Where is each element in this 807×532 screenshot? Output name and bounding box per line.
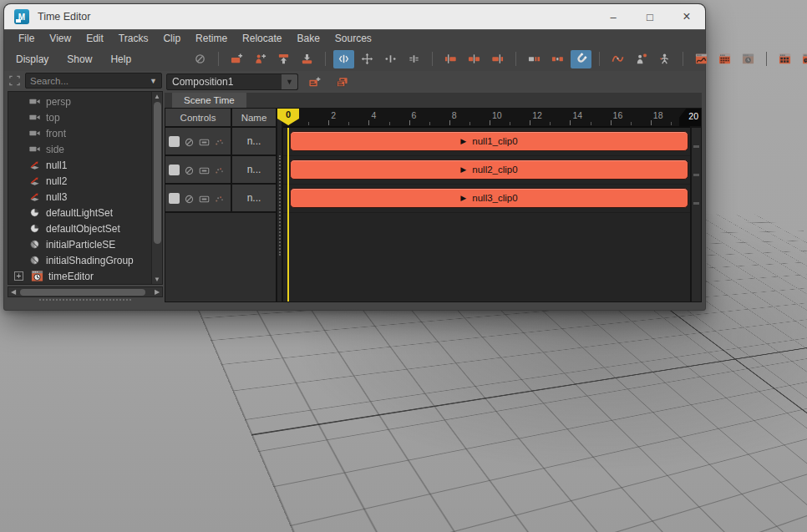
track-name-cell[interactable]: n...: [232, 156, 276, 183]
scroll-up-icon[interactable]: ▲: [154, 92, 160, 101]
ripple-delete-button[interactable]: [547, 50, 568, 68]
close-gap-button[interactable]: [404, 50, 424, 68]
tree-item-persp[interactable]: persp: [8, 94, 151, 109]
menu-clip[interactable]: Clip: [155, 33, 188, 44]
tree-item-defaultObjectSet[interactable]: defaultObjectSet: [8, 220, 151, 236]
track-enable-checkbox[interactable]: [169, 136, 180, 147]
graph-editor-button[interactable]: [691, 50, 712, 68]
tree-vertical-scrollbar[interactable]: ▲ ▼: [151, 92, 162, 284]
tab-scene-time[interactable]: Scene Time: [172, 93, 246, 108]
import-animation-icon: [277, 53, 290, 65]
track-solo-icon[interactable]: [199, 165, 210, 175]
tree-item-initialShadingGroup[interactable]: initialShadingGroup: [8, 252, 151, 268]
scroll-left-icon[interactable]: ◀: [8, 288, 18, 296]
tree-horizontal-scrollbar[interactable]: ◀ ▶: [8, 286, 163, 297]
track-mute-icon[interactable]: [184, 165, 195, 175]
column-splitter[interactable]: [277, 109, 283, 301]
menu-show[interactable]: Show: [67, 53, 102, 65]
track-ghost-icon[interactable]: [214, 193, 225, 204]
range-end-marker[interactable]: 20: [679, 109, 701, 126]
select-by-name-icon[interactable]: [8, 74, 22, 88]
trim-clip-start-button[interactable]: [440, 50, 461, 68]
camera-icon: [28, 143, 42, 156]
close-button[interactable]: ×: [668, 4, 705, 29]
clip-lanes[interactable]: ▶null1_clip0▶null2_clip0▶null3_clip0: [283, 128, 690, 301]
menu-sources[interactable]: Sources: [327, 33, 379, 44]
game-exporter-button[interactable]: [798, 50, 807, 68]
menu-bake[interactable]: Bake: [289, 33, 327, 44]
menu-view[interactable]: View: [42, 33, 79, 44]
track-mute-icon[interactable]: [184, 193, 195, 204]
track-solo-icon[interactable]: [199, 193, 210, 204]
trim-clip-end-button[interactable]: [487, 50, 508, 68]
ripple-edit-button[interactable]: [333, 50, 354, 68]
maximize-button[interactable]: □: [632, 4, 668, 29]
menu-tracks[interactable]: Tracks: [111, 33, 156, 44]
scene-tree: persptopfrontsidenull1null2null3defaultL…: [8, 91, 163, 285]
mute-all-button[interactable]: [190, 50, 211, 68]
title-bar[interactable]: M Time Editor –□×: [4, 4, 705, 29]
track-enable-checkbox[interactable]: [169, 165, 180, 175]
snap-to-clip-button[interactable]: [571, 50, 591, 68]
tree-scrollbar-thumb[interactable]: [154, 102, 161, 244]
menu-relocate[interactable]: Relocate: [235, 33, 289, 44]
panel-resize-grip[interactable]: [8, 297, 163, 302]
track-enable-checkbox[interactable]: [169, 193, 180, 204]
clip-lane[interactable]: ▶null2_clip0: [283, 156, 690, 185]
menu-help[interactable]: Help: [110, 53, 141, 65]
add-composition-button[interactable]: [304, 73, 325, 91]
track-ghost-icon[interactable]: [214, 165, 225, 175]
tree-item-null2[interactable]: null2: [8, 173, 151, 189]
animation-clip[interactable]: ▶null2_clip0: [290, 160, 688, 180]
clip-lane[interactable]: ▶null1_clip0: [283, 128, 690, 156]
playhead-line[interactable]: [287, 128, 289, 301]
tree-item-null1[interactable]: null1: [8, 157, 151, 173]
scroll-right-icon[interactable]: ▶: [152, 288, 162, 296]
track-name-cell[interactable]: n...: [232, 185, 276, 211]
search-input[interactable]: Search... ▼: [25, 73, 162, 89]
menu-display[interactable]: Display: [16, 53, 58, 65]
composition-manager-button[interactable]: [332, 73, 353, 91]
tree-item-side[interactable]: side: [8, 141, 151, 157]
menu-file[interactable]: File: [11, 33, 42, 44]
add-animation-source-button[interactable]: [250, 50, 271, 68]
add-clip-button[interactable]: [226, 50, 247, 68]
track-name-cell[interactable]: n...: [232, 128, 276, 155]
tree-item-timeEditor[interactable]: +timeEditor: [8, 268, 151, 284]
time-ruler[interactable]: 24681012141618200: [283, 109, 690, 128]
attach-character-button[interactable]: [654, 50, 675, 68]
minimize-button[interactable]: –: [595, 4, 632, 29]
content-browser-button[interactable]: [774, 50, 795, 68]
tree-hscrollbar-thumb[interactable]: [20, 289, 145, 296]
edit-animation-curves-button[interactable]: [607, 50, 628, 68]
track-solo-icon[interactable]: [199, 136, 210, 147]
track-mute-icon[interactable]: [184, 136, 195, 147]
scroll-down-icon[interactable]: ▼: [154, 275, 160, 284]
clip-lane[interactable]: ▶null3_clip0: [283, 185, 690, 213]
import-animation-button[interactable]: [273, 50, 294, 68]
search-dropdown-icon[interactable]: ▼: [150, 77, 157, 85]
track-ghost-icon[interactable]: [214, 136, 225, 147]
animation-clip[interactable]: ▶null1_clip0: [290, 131, 688, 151]
menu-edit[interactable]: Edit: [79, 33, 111, 44]
tree-item-null3[interactable]: null3: [8, 189, 151, 205]
tree-item-initialParticleSE[interactable]: initialParticleSE: [8, 236, 151, 252]
animation-clip[interactable]: ▶null3_clip0: [290, 188, 688, 208]
composition-select[interactable]: Composition1 ▼: [166, 73, 298, 90]
tree-item-front[interactable]: front: [8, 125, 151, 141]
dope-sheet-button[interactable]: [714, 50, 735, 68]
expand-toggle-icon[interactable]: +: [14, 271, 23, 281]
split-clip-button[interactable]: [464, 50, 485, 68]
insert-gap-button[interactable]: [380, 50, 401, 68]
time-slider-button[interactable]: [738, 50, 759, 68]
ruler-tick: [449, 120, 450, 125]
menu-retime[interactable]: Retime: [188, 33, 235, 44]
timeline-vertical-scrollbar[interactable]: [690, 109, 701, 301]
tree-item-defaultLightSet[interactable]: defaultLightSet: [8, 205, 151, 220]
move-clip-button[interactable]: [357, 50, 378, 68]
export-animation-button[interactable]: [297, 50, 317, 68]
tree-item-top[interactable]: top: [8, 109, 151, 125]
create-character-button[interactable]: [631, 50, 652, 68]
razor-clip-button[interactable]: [524, 50, 545, 68]
composition-dropdown-icon[interactable]: ▼: [282, 74, 297, 89]
